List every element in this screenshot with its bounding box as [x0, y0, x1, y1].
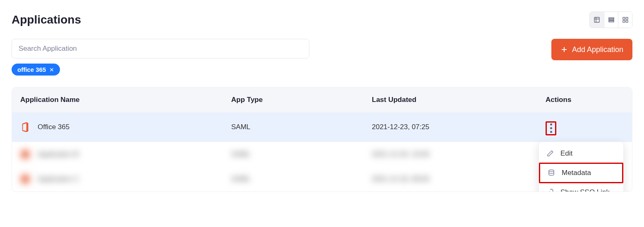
page-title: Applications — [12, 13, 81, 26]
col-name: Application Name — [20, 96, 231, 104]
view-switcher — [589, 12, 632, 28]
app-type: SAML — [231, 123, 372, 131]
svg-rect-15 — [22, 150, 29, 158]
close-icon — [49, 67, 54, 72]
grid-icon — [622, 17, 629, 23]
svg-rect-8 — [623, 20, 625, 22]
menu-edit[interactable]: Edit — [539, 144, 623, 163]
col-actions: Actions — [546, 96, 624, 104]
svg-rect-0 — [594, 17, 599, 22]
search-input[interactable] — [12, 39, 309, 59]
database-icon — [548, 169, 555, 177]
app-name: Application C — [38, 175, 79, 183]
svg-point-14 — [549, 170, 554, 172]
menu-show-sso-label: Show SSO Link — [560, 188, 610, 192]
svg-rect-6 — [623, 17, 625, 19]
link-icon — [546, 189, 554, 192]
view-grid-button[interactable] — [618, 12, 632, 28]
office-icon — [20, 121, 30, 133]
view-list-button[interactable] — [604, 12, 618, 28]
view-table-button[interactable] — [590, 12, 604, 28]
svg-rect-5 — [609, 21, 614, 22]
list-icon — [608, 17, 615, 23]
svg-rect-3 — [609, 18, 614, 19]
row-actions-dropdown: Edit Metadata Show SSO Link Delete — [539, 142, 624, 192]
pencil-icon — [546, 150, 554, 157]
table-header: Application Name App Type Last Updated A… — [12, 87, 632, 112]
col-type: App Type — [231, 96, 372, 104]
table-icon — [594, 17, 600, 23]
col-updated: Last Updated — [372, 96, 546, 104]
app-type: SAML — [231, 175, 372, 183]
app-icon — [20, 173, 30, 185]
app-updated: 2021-12-23, 07:25 — [372, 123, 546, 131]
add-application-button[interactable]: Add Application — [551, 39, 632, 60]
app-updated: 2021-12-20, 10:00 — [372, 150, 546, 158]
plus-icon — [560, 46, 568, 53]
app-name: Application B — [38, 150, 79, 158]
svg-rect-9 — [626, 20, 628, 22]
menu-metadata-label: Metadata — [562, 169, 591, 177]
add-application-label: Add Application — [572, 45, 623, 54]
row-actions-menu-button[interactable] — [546, 121, 556, 135]
menu-metadata[interactable]: Metadata — [539, 163, 623, 183]
menu-edit-label: Edit — [560, 149, 572, 158]
svg-rect-16 — [22, 175, 29, 182]
svg-rect-7 — [626, 17, 628, 19]
app-name: Office 365 — [38, 123, 69, 131]
app-type: SAML — [231, 150, 372, 158]
table-row[interactable]: Office 365 SAML 2021-12-23, 07:25 Edit M… — [12, 112, 632, 142]
app-icon — [20, 149, 30, 160]
filter-chip-remove[interactable] — [49, 67, 54, 72]
svg-rect-4 — [609, 19, 614, 21]
app-updated: 2021-12-18, 09:00 — [372, 175, 546, 183]
filter-chip-label: office 365 — [17, 66, 46, 73]
applications-table: Application Name App Type Last Updated A… — [12, 87, 632, 192]
filter-chip[interactable]: office 365 — [12, 64, 60, 76]
menu-show-sso[interactable]: Show SSO Link — [539, 183, 623, 192]
